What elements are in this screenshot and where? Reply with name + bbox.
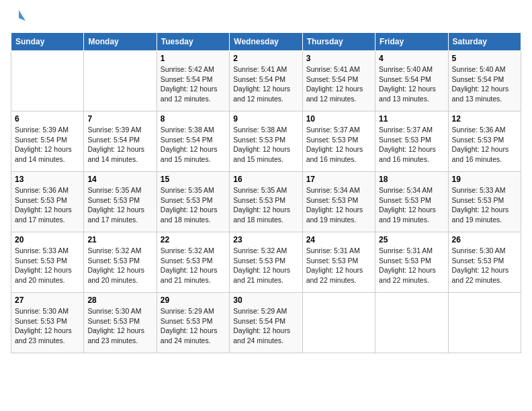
calendar-cell: 15Sunrise: 5:35 AM Sunset: 5:53 PM Dayli… xyxy=(157,172,229,232)
calendar-cell: 25Sunrise: 5:31 AM Sunset: 5:53 PM Dayli… xyxy=(375,232,448,293)
day-info: Sunrise: 5:33 AM Sunset: 5:53 PM Dayligh… xyxy=(15,246,80,285)
calendar-cell: 26Sunrise: 5:30 AM Sunset: 5:53 PM Dayli… xyxy=(448,232,521,293)
calendar-cell: 27Sunrise: 5:30 AM Sunset: 5:53 PM Dayli… xyxy=(11,293,84,353)
day-info: Sunrise: 5:34 AM Sunset: 5:53 PM Dayligh… xyxy=(306,185,371,225)
svg-marker-0 xyxy=(19,10,26,21)
day-info: Sunrise: 5:39 AM Sunset: 5:54 PM Dayligh… xyxy=(87,125,152,165)
day-info: Sunrise: 5:30 AM Sunset: 5:53 PM Dayligh… xyxy=(87,306,152,346)
calendar-cell: 20Sunrise: 5:33 AM Sunset: 5:53 PM Dayli… xyxy=(11,232,84,293)
day-info: Sunrise: 5:38 AM Sunset: 5:54 PM Dayligh… xyxy=(161,125,226,165)
calendar-week-row: 1Sunrise: 5:42 AM Sunset: 5:54 PM Daylig… xyxy=(11,51,521,111)
calendar-cell: 13Sunrise: 5:36 AM Sunset: 5:53 PM Dayli… xyxy=(11,172,84,232)
day-header: Wednesday xyxy=(230,33,302,51)
day-info: Sunrise: 5:42 AM Sunset: 5:54 PM Dayligh… xyxy=(161,64,226,104)
day-number: 5 xyxy=(452,54,517,63)
day-number: 23 xyxy=(233,235,298,244)
calendar-cell: 30Sunrise: 5:29 AM Sunset: 5:54 PM Dayli… xyxy=(230,293,302,353)
calendar-cell: 12Sunrise: 5:36 AM Sunset: 5:53 PM Dayli… xyxy=(448,111,521,172)
day-info: Sunrise: 5:32 AM Sunset: 5:53 PM Dayligh… xyxy=(161,246,226,285)
calendar-header-row: SundayMondayTuesdayWednesdayThursdayFrid… xyxy=(11,33,521,51)
day-info: Sunrise: 5:41 AM Sunset: 5:54 PM Dayligh… xyxy=(306,64,371,104)
day-info: Sunrise: 5:35 AM Sunset: 5:53 PM Dayligh… xyxy=(161,185,226,225)
day-number: 17 xyxy=(306,175,371,184)
day-number: 26 xyxy=(452,235,517,244)
page-header xyxy=(11,11,521,26)
calendar-week-row: 27Sunrise: 5:30 AM Sunset: 5:53 PM Dayli… xyxy=(11,293,521,353)
calendar-cell: 10Sunrise: 5:37 AM Sunset: 5:53 PM Dayli… xyxy=(302,111,375,172)
calendar-cell xyxy=(448,293,521,353)
calendar-cell: 14Sunrise: 5:35 AM Sunset: 5:53 PM Dayli… xyxy=(84,172,157,232)
day-info: Sunrise: 5:31 AM Sunset: 5:53 PM Dayligh… xyxy=(306,246,371,285)
day-number: 1 xyxy=(161,54,226,63)
day-info: Sunrise: 5:38 AM Sunset: 5:53 PM Dayligh… xyxy=(233,125,298,165)
day-info: Sunrise: 5:40 AM Sunset: 5:54 PM Dayligh… xyxy=(452,64,517,104)
day-info: Sunrise: 5:37 AM Sunset: 5:53 PM Dayligh… xyxy=(306,125,371,165)
calendar-table: SundayMondayTuesdayWednesdayThursdayFrid… xyxy=(11,32,521,353)
day-header: Thursday xyxy=(302,33,375,51)
day-number: 19 xyxy=(452,175,517,184)
day-header: Friday xyxy=(375,33,448,51)
calendar-cell: 6Sunrise: 5:39 AM Sunset: 5:54 PM Daylig… xyxy=(11,111,84,172)
day-header: Tuesday xyxy=(157,33,229,51)
day-number: 6 xyxy=(15,114,80,124)
day-number: 30 xyxy=(233,295,298,305)
day-number: 10 xyxy=(306,114,371,124)
calendar-cell: 21Sunrise: 5:32 AM Sunset: 5:53 PM Dayli… xyxy=(84,232,157,293)
day-info: Sunrise: 5:41 AM Sunset: 5:54 PM Dayligh… xyxy=(233,64,298,104)
day-number: 15 xyxy=(161,175,226,184)
day-info: Sunrise: 5:31 AM Sunset: 5:53 PM Dayligh… xyxy=(379,246,444,285)
day-info: Sunrise: 5:35 AM Sunset: 5:53 PM Dayligh… xyxy=(87,185,152,225)
day-number: 12 xyxy=(452,114,517,124)
day-info: Sunrise: 5:36 AM Sunset: 5:53 PM Dayligh… xyxy=(452,125,517,165)
calendar-cell: 2Sunrise: 5:41 AM Sunset: 5:54 PM Daylig… xyxy=(230,51,302,111)
day-info: Sunrise: 5:30 AM Sunset: 5:53 PM Dayligh… xyxy=(452,246,517,285)
calendar-cell: 9Sunrise: 5:38 AM Sunset: 5:53 PM Daylig… xyxy=(230,111,302,172)
day-info: Sunrise: 5:37 AM Sunset: 5:53 PM Dayligh… xyxy=(379,125,444,165)
day-number: 25 xyxy=(379,235,444,244)
day-number: 3 xyxy=(306,54,371,63)
day-info: Sunrise: 5:30 AM Sunset: 5:53 PM Dayligh… xyxy=(15,306,80,346)
calendar-cell: 4Sunrise: 5:40 AM Sunset: 5:54 PM Daylig… xyxy=(375,51,448,111)
calendar-cell: 17Sunrise: 5:34 AM Sunset: 5:53 PM Dayli… xyxy=(302,172,375,232)
day-info: Sunrise: 5:36 AM Sunset: 5:53 PM Dayligh… xyxy=(15,185,80,225)
calendar-cell: 16Sunrise: 5:35 AM Sunset: 5:53 PM Dayli… xyxy=(230,172,302,232)
day-info: Sunrise: 5:35 AM Sunset: 5:53 PM Dayligh… xyxy=(233,185,298,225)
calendar-cell: 29Sunrise: 5:29 AM Sunset: 5:53 PM Dayli… xyxy=(157,293,229,353)
calendar-cell: 23Sunrise: 5:32 AM Sunset: 5:53 PM Dayli… xyxy=(230,232,302,293)
day-number: 9 xyxy=(233,114,298,124)
calendar-cell xyxy=(84,51,157,111)
day-info: Sunrise: 5:32 AM Sunset: 5:53 PM Dayligh… xyxy=(233,246,298,285)
day-number: 20 xyxy=(15,235,80,244)
day-number: 11 xyxy=(379,114,444,124)
day-header: Saturday xyxy=(448,33,521,51)
calendar-cell: 18Sunrise: 5:34 AM Sunset: 5:53 PM Dayli… xyxy=(375,172,448,232)
day-info: Sunrise: 5:39 AM Sunset: 5:54 PM Dayligh… xyxy=(15,125,80,165)
day-number: 8 xyxy=(161,114,226,124)
calendar-cell xyxy=(11,51,84,111)
calendar-cell: 1Sunrise: 5:42 AM Sunset: 5:54 PM Daylig… xyxy=(157,51,229,111)
calendar-cell: 19Sunrise: 5:33 AM Sunset: 5:53 PM Dayli… xyxy=(448,172,521,232)
day-info: Sunrise: 5:29 AM Sunset: 5:53 PM Dayligh… xyxy=(161,306,226,346)
day-number: 27 xyxy=(15,295,80,305)
day-number: 29 xyxy=(161,295,226,305)
calendar-cell: 11Sunrise: 5:37 AM Sunset: 5:53 PM Dayli… xyxy=(375,111,448,172)
logo-icon xyxy=(12,9,26,22)
day-header: Sunday xyxy=(11,33,84,51)
calendar-cell: 24Sunrise: 5:31 AM Sunset: 5:53 PM Dayli… xyxy=(302,232,375,293)
calendar-week-row: 13Sunrise: 5:36 AM Sunset: 5:53 PM Dayli… xyxy=(11,172,521,232)
day-info: Sunrise: 5:33 AM Sunset: 5:53 PM Dayligh… xyxy=(452,185,517,225)
day-info: Sunrise: 5:32 AM Sunset: 5:53 PM Dayligh… xyxy=(87,246,152,285)
calendar-cell: 3Sunrise: 5:41 AM Sunset: 5:54 PM Daylig… xyxy=(302,51,375,111)
day-number: 4 xyxy=(379,54,444,63)
calendar-week-row: 20Sunrise: 5:33 AM Sunset: 5:53 PM Dayli… xyxy=(11,232,521,293)
calendar-cell xyxy=(375,293,448,353)
day-info: Sunrise: 5:34 AM Sunset: 5:53 PM Dayligh… xyxy=(379,185,444,225)
calendar-cell: 22Sunrise: 5:32 AM Sunset: 5:53 PM Dayli… xyxy=(157,232,229,293)
day-number: 24 xyxy=(306,235,371,244)
day-number: 21 xyxy=(87,235,152,244)
calendar-week-row: 6Sunrise: 5:39 AM Sunset: 5:54 PM Daylig… xyxy=(11,111,521,172)
calendar-cell: 7Sunrise: 5:39 AM Sunset: 5:54 PM Daylig… xyxy=(84,111,157,172)
day-number: 14 xyxy=(87,175,152,184)
calendar-cell: 8Sunrise: 5:38 AM Sunset: 5:54 PM Daylig… xyxy=(157,111,229,172)
day-number: 18 xyxy=(379,175,444,184)
